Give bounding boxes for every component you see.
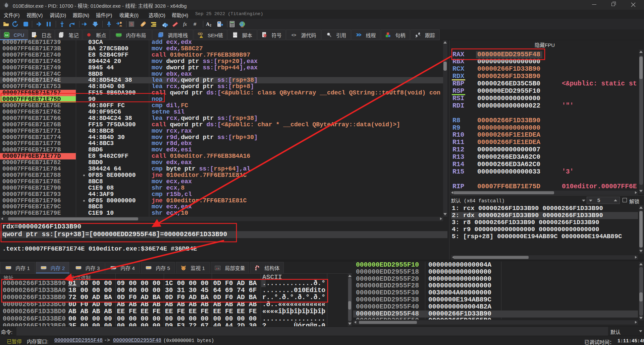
svg-text:<>: <> xyxy=(291,33,296,38)
svg-text:fx: fx xyxy=(183,21,187,27)
svg-text:</>: </> xyxy=(233,34,237,37)
svg-text:A: A xyxy=(206,21,210,27)
svg-text:x: x xyxy=(216,266,217,270)
svg-text:#: # xyxy=(194,21,197,27)
svg-text:=: = xyxy=(218,266,219,270)
svg-text:!: ! xyxy=(201,36,202,38)
svg-text:S: S xyxy=(130,22,133,27)
svg-text:64: 64 xyxy=(5,33,8,37)
svg-text:2: 2 xyxy=(210,23,211,27)
